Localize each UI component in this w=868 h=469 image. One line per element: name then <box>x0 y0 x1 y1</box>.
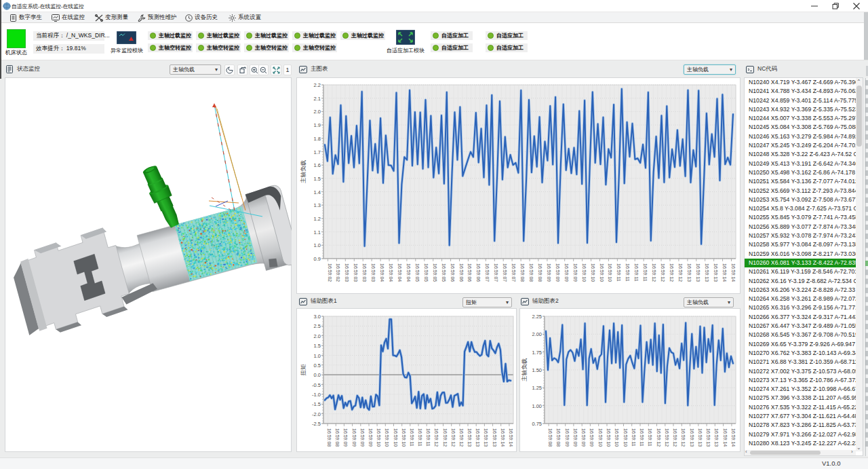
svg-text:16:59:10: 16:59:10 <box>614 428 619 447</box>
svg-text:16:59:11: 16:59:11 <box>426 428 431 447</box>
svg-text:16:59:09: 16:59:09 <box>573 263 578 282</box>
svg-text:0.75: 0.75 <box>532 421 542 427</box>
svg-text:16:59:07: 16:59:07 <box>494 263 498 282</box>
svg-text:16:59:11: 16:59:11 <box>418 428 422 447</box>
svg-text:16:59:09: 16:59:09 <box>589 428 594 447</box>
svg-text:16:59:14: 16:59:14 <box>722 263 727 282</box>
svg-text:16:59:10: 16:59:10 <box>384 428 389 447</box>
svg-text:16:59:12: 16:59:12 <box>669 263 674 282</box>
svg-text:16:59:11: 16:59:11 <box>648 428 652 447</box>
svg-text:16:59:13: 16:59:13 <box>492 428 497 447</box>
svg-text:1.4: 1.4 <box>314 189 321 195</box>
svg-text:16:59:02: 16:59:02 <box>336 263 340 282</box>
svg-text:-0.5: -0.5 <box>312 382 321 388</box>
svg-text:16:59:11: 16:59:11 <box>643 263 648 282</box>
svg-text:16:59:10: 16:59:10 <box>623 428 628 447</box>
svg-text:16:59:13: 16:59:13 <box>690 428 694 447</box>
svg-text:16:59:06: 16:59:06 <box>467 263 472 282</box>
svg-text:0.5: 0.5 <box>314 362 321 369</box>
svg-text:16:59:08: 16:59:08 <box>520 263 525 282</box>
svg-text:16:59:12: 16:59:12 <box>443 428 448 447</box>
svg-text:1.3: 1.3 <box>314 202 321 208</box>
svg-text:16:59:10: 16:59:10 <box>376 428 381 447</box>
svg-text:1.50: 1.50 <box>532 367 542 373</box>
svg-text:16:59:05: 16:59:05 <box>424 263 429 282</box>
svg-text:16:59:12: 16:59:12 <box>660 263 665 282</box>
svg-text:1.5: 1.5 <box>314 343 321 349</box>
svg-text:16:59:13: 16:59:13 <box>467 428 472 447</box>
svg-text:1.5: 1.5 <box>314 176 321 182</box>
svg-text:2.00: 2.00 <box>532 331 542 337</box>
svg-text:16:59:14: 16:59:14 <box>500 428 505 447</box>
svg-text:16:59:12: 16:59:12 <box>434 428 439 447</box>
svg-text:-1.5: -1.5 <box>312 401 321 407</box>
svg-text:16:59:11: 16:59:11 <box>634 263 639 282</box>
svg-text:16:59:07: 16:59:07 <box>485 263 490 282</box>
svg-text:16:59:13: 16:59:13 <box>705 263 709 282</box>
svg-text:0.0: 0.0 <box>314 372 321 378</box>
svg-text:16:59:12: 16:59:12 <box>656 428 661 447</box>
svg-text:16:59:11: 16:59:11 <box>631 428 636 447</box>
svg-text:2.25: 2.25 <box>532 314 542 320</box>
svg-text:1.00: 1.00 <box>532 403 542 409</box>
svg-text:16:59:12: 16:59:12 <box>678 263 683 282</box>
svg-text:1.2: 1.2 <box>314 216 321 222</box>
svg-text:16:59:13: 16:59:13 <box>698 428 703 447</box>
svg-text:16:59:04: 16:59:04 <box>397 263 402 282</box>
svg-text:16:59:10: 16:59:10 <box>598 428 603 447</box>
svg-text:16:59:13: 16:59:13 <box>484 428 488 447</box>
svg-text:16:59:08: 16:59:08 <box>556 428 561 447</box>
svg-text:16:59:13: 16:59:13 <box>687 263 692 282</box>
svg-text:16:59:04: 16:59:04 <box>406 263 411 282</box>
svg-text:16:59:05: 16:59:05 <box>415 263 420 282</box>
svg-text:16:59:04: 16:59:04 <box>389 263 393 282</box>
svg-text:2.5: 2.5 <box>314 323 321 329</box>
svg-text:16:59:07: 16:59:07 <box>511 263 516 282</box>
svg-text:16:59:10: 16:59:10 <box>608 263 612 282</box>
svg-text:1.6: 1.6 <box>314 162 321 168</box>
svg-text:16:59:08: 16:59:08 <box>327 428 332 447</box>
svg-text:16:59:10: 16:59:10 <box>582 263 587 282</box>
svg-text:1.0: 1.0 <box>314 353 321 359</box>
svg-text:16:59:09: 16:59:09 <box>343 428 348 447</box>
svg-text:16:59:13: 16:59:13 <box>706 428 711 447</box>
svg-text:16:59:09: 16:59:09 <box>360 428 365 447</box>
svg-text:16:59:14: 16:59:14 <box>731 428 736 447</box>
svg-text:16:59:13: 16:59:13 <box>713 263 718 282</box>
svg-text:16:59:08: 16:59:08 <box>538 263 542 282</box>
svg-text:1.7: 1.7 <box>314 149 321 155</box>
svg-text:16:59:04: 16:59:04 <box>380 263 384 282</box>
svg-text:16:59:09: 16:59:09 <box>368 428 373 447</box>
svg-text:16:59:10: 16:59:10 <box>606 428 611 447</box>
svg-text:2.1: 2.1 <box>314 96 321 102</box>
svg-text:16:59:06: 16:59:06 <box>459 263 464 282</box>
svg-text:16:59:10: 16:59:10 <box>599 263 604 282</box>
svg-text:16:59:11: 16:59:11 <box>616 263 621 282</box>
svg-text:16:59:06: 16:59:06 <box>476 263 481 282</box>
svg-text:-2.0: -2.0 <box>312 411 321 417</box>
svg-text:主轴负载: 主轴负载 <box>300 160 307 184</box>
svg-text:16:59:03: 16:59:03 <box>344 263 349 282</box>
svg-text:16:59:03: 16:59:03 <box>371 263 376 282</box>
svg-text:1.8: 1.8 <box>314 136 321 142</box>
svg-text:1.1: 1.1 <box>314 229 321 236</box>
svg-text:扭矩: 扭矩 <box>300 364 307 377</box>
svg-text:2.0: 2.0 <box>314 333 321 339</box>
svg-text:16:59:12: 16:59:12 <box>459 428 464 447</box>
svg-text:16:59:08: 16:59:08 <box>335 428 340 447</box>
svg-text:16:59:12: 16:59:12 <box>451 428 456 447</box>
svg-text:16:59:14: 16:59:14 <box>731 263 736 282</box>
svg-text:16:59:03: 16:59:03 <box>353 263 358 282</box>
svg-text:1.25: 1.25 <box>532 385 542 391</box>
svg-text:16:59:14: 16:59:14 <box>509 428 513 447</box>
svg-text:16:59:11: 16:59:11 <box>639 428 644 447</box>
svg-text:16:59:13: 16:59:13 <box>475 428 480 447</box>
svg-text:1.9: 1.9 <box>314 122 321 128</box>
svg-text:16:59:14: 16:59:14 <box>723 428 728 447</box>
svg-text:16:59:07: 16:59:07 <box>502 263 507 282</box>
svg-text:16:59:03: 16:59:03 <box>362 263 367 282</box>
svg-text:16:59:09: 16:59:09 <box>547 263 551 282</box>
svg-text:16:59:08: 16:59:08 <box>548 428 553 447</box>
svg-text:16:59:10: 16:59:10 <box>393 428 398 447</box>
svg-text:2.2: 2.2 <box>314 82 321 88</box>
